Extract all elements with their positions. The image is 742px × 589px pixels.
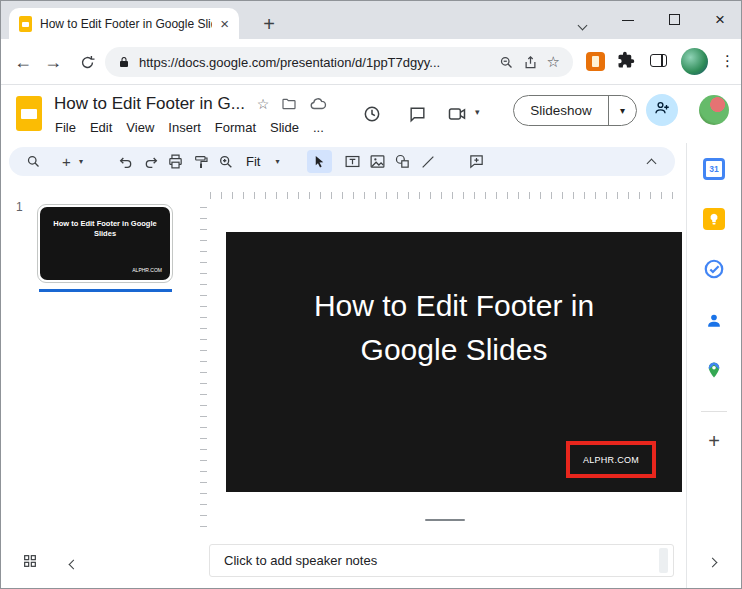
thumbnail-selection-indicator: [39, 289, 172, 292]
meet-caret-icon[interactable]: ▾: [475, 107, 480, 117]
vertical-ruler: [200, 207, 207, 537]
rail-expand-chevron-icon[interactable]: [709, 552, 716, 570]
slide-number: 1: [16, 200, 23, 214]
extensions-puzzle-icon[interactable]: [617, 51, 635, 73]
thumbnail-title-text: How to Edit Footer in Google Slides: [40, 219, 170, 239]
zoom-select-label: Fit: [246, 154, 260, 169]
red-annotation-box: ALPHR.COM: [566, 441, 656, 478]
zoom-select-caret-icon: ▾: [275, 157, 285, 166]
back-button[interactable]: ←: [9, 39, 37, 85]
grid-view-button[interactable]: [19, 550, 41, 572]
menu-overflow[interactable]: ...: [306, 117, 331, 138]
user-avatar[interactable]: [699, 95, 729, 125]
speaker-notes-placeholder: Click to add speaker notes: [224, 553, 659, 568]
undo-button[interactable]: [113, 150, 138, 173]
new-tab-button[interactable]: +: [255, 10, 283, 38]
zoom-select[interactable]: Fit ▾: [238, 150, 293, 173]
cloud-saved-icon[interactable]: [309, 95, 327, 113]
zoom-in-icon[interactable]: [213, 150, 238, 173]
collapse-menus-chevron-icon[interactable]: [648, 153, 655, 171]
search-menus-icon[interactable]: [21, 150, 46, 173]
slide-canvas[interactable]: How to Edit Footer in Google Slides ALPH…: [226, 232, 682, 492]
slide-title-line1: How to Edit Footer in: [226, 284, 682, 328]
notes-scrollbar[interactable]: [659, 548, 668, 573]
browser-profile-avatar[interactable]: [681, 48, 708, 75]
share-page-icon[interactable]: [523, 55, 538, 70]
speaker-notes-box[interactable]: Click to add speaker notes: [209, 544, 674, 577]
slide-footer-text[interactable]: ALPHR.COM: [583, 455, 639, 465]
slides-favicon-icon: [19, 16, 32, 32]
share-button[interactable]: [646, 94, 678, 126]
side-panel-rail: 31 +: [686, 143, 741, 588]
url-bar[interactable]: https://docs.google.com/presentation/d/1…: [105, 47, 573, 77]
filmstrip-collapse-chevron-icon[interactable]: [70, 554, 77, 572]
calendar-icon[interactable]: 31: [700, 155, 728, 183]
slideshow-button[interactable]: Slideshow ▾: [513, 95, 637, 126]
keep-icon[interactable]: [700, 205, 728, 233]
comments-icon[interactable]: [404, 101, 430, 127]
new-slide-button[interactable]: +: [54, 150, 79, 173]
tab-strip: How to Edit Footer in Google Slides × + …: [1, 1, 741, 39]
select-tool-button[interactable]: [307, 150, 332, 173]
menu-view[interactable]: View: [119, 117, 161, 138]
zoom-page-icon[interactable]: [499, 55, 514, 70]
menu-slide[interactable]: Slide: [263, 117, 306, 138]
slide-title-line2: Google Slides: [226, 328, 682, 372]
tab-title: How to Edit Footer in Google Slides: [40, 17, 212, 31]
get-addons-button[interactable]: +: [708, 430, 720, 453]
document-title[interactable]: How to Edit Footer in G...: [54, 94, 245, 114]
window-close-button[interactable]: ×: [715, 9, 725, 30]
tab-close-icon[interactable]: ×: [220, 16, 229, 31]
slideshow-caret-icon[interactable]: ▾: [609, 105, 636, 116]
print-button[interactable]: [163, 150, 188, 173]
canvas-scroll-indicator[interactable]: [425, 519, 465, 521]
slide-thumbnail[interactable]: How to Edit Footer in Google Slides ALPH…: [37, 204, 173, 283]
paint-format-button[interactable]: [188, 150, 213, 173]
new-slide-caret-icon[interactable]: ▾: [79, 157, 89, 166]
horizontal-ruler: [210, 192, 680, 199]
person-add-icon: [653, 99, 671, 121]
star-document-icon[interactable]: ☆: [257, 96, 270, 112]
menu-insert[interactable]: Insert: [161, 117, 208, 138]
url-text: https://docs.google.com/presentation/d/1…: [139, 55, 490, 70]
insert-comment-button[interactable]: [464, 150, 489, 173]
forward-button[interactable]: →: [39, 39, 67, 85]
maximize-button[interactable]: [669, 14, 680, 25]
menu-file[interactable]: File: [48, 117, 83, 138]
toolbar: + ▾ Fit ▾: [9, 147, 675, 176]
slide-thumbnail-canvas: How to Edit Footer in Google Slides ALPH…: [40, 207, 170, 280]
maps-icon[interactable]: [700, 356, 728, 384]
reload-button[interactable]: [73, 39, 101, 85]
lock-icon[interactable]: [118, 56, 130, 68]
browser-window: How to Edit Footer in Google Slides × + …: [0, 0, 742, 589]
tab-search-chevron-icon[interactable]: [579, 15, 586, 33]
slideshow-label: Slideshow: [514, 103, 608, 118]
menu-edit[interactable]: Edit: [83, 117, 119, 138]
menu-bar: File Edit View Insert Format Slide ...: [48, 117, 331, 138]
minimize-button[interactable]: [622, 20, 634, 21]
browser-tab[interactable]: How to Edit Footer in Google Slides ×: [9, 8, 239, 39]
tasks-icon[interactable]: [700, 255, 728, 283]
insert-shape-button[interactable]: [390, 150, 415, 173]
menu-format[interactable]: Format: [208, 117, 263, 138]
slides-logo-icon[interactable]: [16, 96, 42, 131]
extension-timer-icon[interactable]: [586, 52, 605, 71]
version-history-icon[interactable]: [359, 101, 385, 127]
rail-divider: [701, 411, 727, 412]
redo-button[interactable]: [138, 150, 163, 173]
contacts-icon[interactable]: [700, 306, 728, 334]
slides-header: How to Edit Footer in G... ☆ File Edit V…: [1, 86, 741, 143]
insert-image-button[interactable]: [365, 150, 390, 173]
address-bar: ← → https://docs.google.com/presentation…: [1, 39, 741, 85]
insert-line-button[interactable]: [415, 150, 440, 173]
text-box-button[interactable]: [340, 150, 365, 173]
meet-camera-icon[interactable]: [444, 101, 470, 127]
move-folder-icon[interactable]: [281, 96, 297, 112]
bookmark-star-icon[interactable]: ☆: [547, 53, 560, 71]
browser-menu-icon[interactable]: ⋮: [720, 52, 735, 70]
slide-title-text[interactable]: How to Edit Footer in Google Slides: [226, 284, 682, 372]
side-panel-icon[interactable]: [650, 54, 667, 67]
thumbnail-footer-text: ALPHR.COM: [132, 267, 162, 273]
